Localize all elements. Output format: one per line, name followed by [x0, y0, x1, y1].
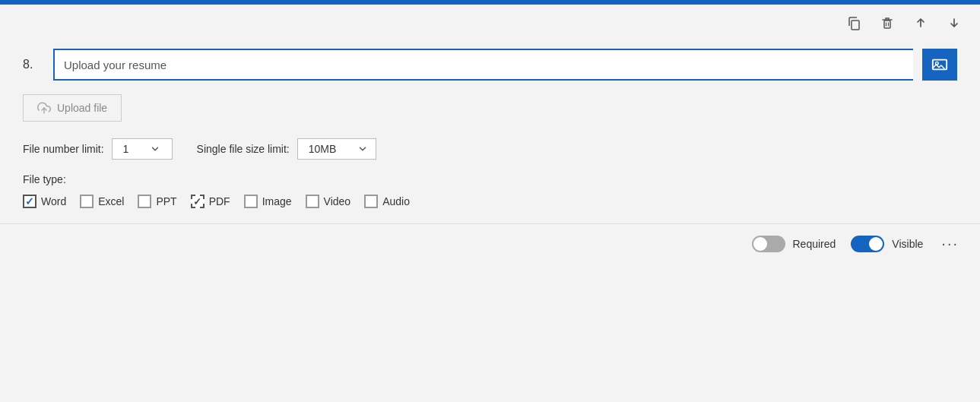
filetype-item-audio: Audio: [364, 195, 410, 208]
filetype-item-ppt: PPT: [138, 195, 176, 208]
filetype-label-audio: Audio: [382, 195, 410, 207]
filetype-item-image: Image: [244, 195, 292, 208]
filetype-item-video: Video: [306, 195, 351, 208]
filetype-label-ppt: PPT: [156, 195, 176, 207]
filetype-section-label: File type:: [23, 173, 66, 185]
required-label: Required: [793, 238, 836, 250]
filetype-item-word: ✓Word: [23, 195, 66, 208]
filetype-item-pdf: ✓PDF: [191, 195, 230, 208]
upload-file-label: Upload file: [57, 102, 107, 114]
required-toggle-group: Required: [752, 236, 836, 252]
filetype-items: ✓WordExcelPPT✓PDFImageVideoAudio: [23, 195, 957, 208]
file-number-limit-value: 1: [123, 143, 129, 155]
svg-rect-1: [884, 21, 890, 28]
move-up-icon[interactable]: [910, 12, 931, 33]
toolbar: [0, 5, 980, 41]
filetype-label-video: Video: [324, 195, 351, 207]
filetype-label-excel: Excel: [98, 195, 124, 207]
checkbox-audio[interactable]: [364, 195, 378, 208]
visible-toggle-group: Visible: [851, 236, 923, 252]
svg-rect-0: [852, 21, 859, 30]
required-toggle-thumb: [753, 237, 767, 251]
checkbox-video[interactable]: [306, 195, 319, 208]
visible-toggle[interactable]: [851, 236, 884, 252]
checkbox-pdf[interactable]: ✓: [191, 195, 205, 208]
chevron-down-icon: [150, 144, 160, 154]
file-size-limit-select[interactable]: 10MB: [297, 138, 377, 160]
main-content: 8. Upload file File number limit: 1: [0, 41, 980, 216]
visible-label: Visible: [892, 238, 923, 250]
image-icon-button[interactable]: [922, 49, 957, 81]
checkbox-excel[interactable]: [80, 195, 94, 208]
required-toggle[interactable]: [752, 236, 785, 252]
question-number: 8.: [23, 58, 44, 71]
file-size-limit-group: Single file size limit: 10MB: [197, 138, 377, 160]
filetype-label-word: Word: [41, 195, 66, 207]
upload-icon: [37, 101, 51, 115]
checkbox-image[interactable]: [244, 195, 258, 208]
filetype-label-pdf: PDF: [209, 195, 230, 207]
file-size-limit-value: 10MB: [309, 143, 337, 155]
limits-row: File number limit: 1 Single file size li…: [23, 138, 957, 160]
upload-file-button[interactable]: Upload file: [23, 94, 122, 122]
file-number-limit-group: File number limit: 1: [23, 138, 173, 160]
move-down-icon[interactable]: [944, 12, 965, 33]
checkbox-word[interactable]: ✓: [23, 195, 36, 208]
visible-toggle-thumb: [869, 237, 883, 251]
checkbox-ppt[interactable]: [138, 195, 151, 208]
chevron-down-icon-2: [357, 144, 368, 154]
delete-icon[interactable]: [877, 12, 898, 33]
more-options-button[interactable]: ···: [938, 235, 962, 252]
filetype-label-row: File type:: [23, 173, 957, 185]
copy-icon[interactable]: [843, 12, 864, 33]
question-row: 8.: [23, 49, 957, 81]
file-number-limit-select[interactable]: 1: [112, 138, 173, 160]
svg-rect-4: [933, 60, 947, 70]
file-size-limit-label: Single file size limit:: [197, 143, 290, 155]
file-number-limit-label: File number limit:: [23, 143, 104, 155]
filetype-label-image: Image: [262, 195, 292, 207]
bottom-bar: Required Visible ···: [0, 223, 980, 263]
question-input[interactable]: [53, 49, 913, 81]
filetype-item-excel: Excel: [80, 195, 124, 208]
